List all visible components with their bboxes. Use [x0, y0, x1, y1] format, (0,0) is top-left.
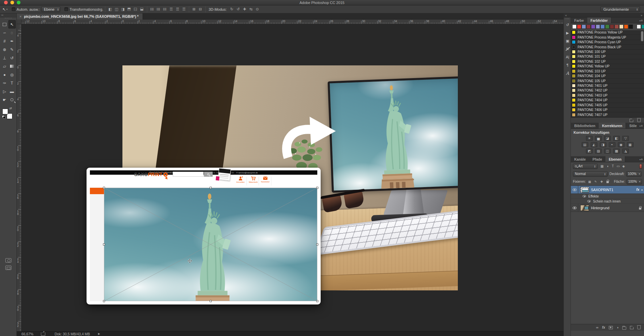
visibility-toggle[interactable]	[571, 186, 578, 193]
zoom-tool[interactable]	[8, 96, 16, 104]
swatch-chip[interactable]	[629, 24, 633, 29]
nav-login[interactable]: Anmelden	[234, 176, 247, 183]
swatch-chip[interactable]	[572, 24, 577, 29]
add-layer-mask-icon[interactable]	[609, 326, 613, 329]
filter-smart-objects-icon[interactable]: ◈	[621, 164, 626, 168]
free-transform-overlay[interactable]	[104, 188, 317, 301]
foreground-color-well[interactable]	[2, 109, 8, 114]
hand-tool[interactable]: ☛	[1, 96, 8, 104]
transform-handle-sw[interactable]	[103, 300, 105, 302]
quick-mask-button[interactable]	[5, 258, 11, 263]
lock-pixels-icon[interactable]: ✎	[593, 180, 598, 183]
layer-filter-dropdown[interactable]: Art	[573, 164, 598, 169]
eraser-tool[interactable]: ▱	[1, 62, 8, 70]
invert-icon[interactable]: ◩	[586, 149, 593, 154]
swatch-chip[interactable]	[577, 24, 581, 29]
swatch-row[interactable]: PANTONE 7403 UP	[571, 93, 644, 98]
tab-stile[interactable]: Stile	[626, 123, 640, 128]
collapse-effects-chevron[interactable]: ▴	[641, 188, 643, 191]
transform-handle-e[interactable]	[316, 243, 318, 245]
glyphs-panel-icon[interactable]: A	[564, 69, 571, 77]
black-white-icon[interactable]: ◨	[600, 142, 606, 147]
history-brush-tool[interactable]: ↺	[8, 54, 16, 62]
swatch-row[interactable]: PANTONE 101 UP	[571, 54, 644, 59]
lasso-tool[interactable]: ∽	[1, 29, 8, 37]
distribute-left-edges-icon[interactable]: ☰	[168, 7, 174, 12]
lock-all-icon[interactable]	[605, 180, 610, 184]
type-tool[interactable]: T	[8, 79, 16, 87]
status-flyout-arrow-icon[interactable]	[98, 332, 100, 335]
eye-icon[interactable]	[587, 200, 591, 203]
swatch-row[interactable]: PANTONE 7404 UP	[571, 98, 644, 103]
swatch-row[interactable]: PANTONE Process Yellow UP	[571, 30, 644, 35]
tab-ebenen[interactable]: Ebenen	[605, 156, 625, 162]
filter-type-layers-icon[interactable]: T	[610, 164, 615, 168]
distribute-horizontal-spacing-icon[interactable]: ⊞	[191, 7, 197, 12]
swatch-chip[interactable]	[641, 24, 644, 29]
notes-panel-icon[interactable]: ✎	[564, 45, 571, 53]
lock-position-icon[interactable]: ✚	[599, 180, 604, 183]
panel-menu-icon[interactable]	[640, 124, 643, 127]
panel-menu-icon[interactable]	[640, 19, 643, 22]
swatch-chip[interactable]	[600, 24, 605, 29]
swatch-row[interactable]: PANTONE 7401 UP	[571, 83, 644, 88]
blur-tool[interactable]: ●	[1, 70, 8, 79]
nav-cart[interactable]: Warenkorb	[247, 176, 260, 183]
collapse-dock-icon[interactable]: «	[565, 14, 567, 17]
search-input[interactable]	[173, 172, 204, 177]
distribute-vertical-centers-icon[interactable]: ☰	[156, 7, 161, 12]
crop-tool[interactable]: #	[1, 37, 8, 45]
saxoprint-layer-preview[interactable]: Persönliche Fachberatung 0351 20 44 444 …	[87, 168, 321, 304]
swatch-chip[interactable]	[610, 24, 614, 29]
3d-rotate-icon[interactable]: ↻	[229, 7, 235, 12]
ruler-origin-corner[interactable]	[17, 19, 21, 24]
quick-selection-tool[interactable]: ◌	[8, 29, 16, 37]
swatch-row[interactable]: PANTONE 104 UP	[571, 74, 644, 78]
tab-pfade[interactable]: Pfade	[589, 156, 605, 162]
swatch-row[interactable]: PANTONE 102 UP	[571, 59, 644, 64]
screen-mode-button[interactable]	[5, 266, 11, 270]
add-layer-style-icon[interactable]: fx	[602, 326, 605, 329]
levels-icon[interactable]: ▅	[595, 136, 602, 141]
delete-layer-icon[interactable]	[637, 326, 641, 329]
eye-icon[interactable]	[583, 195, 586, 198]
canvas-area[interactable]: Persönliche Fachberatung 0351 20 44 444 …	[21, 24, 564, 331]
swatch-row[interactable]: PANTONE 105 UP	[571, 78, 644, 83]
toolbar-collapse-button[interactable]: ‹‹	[0, 13, 16, 17]
move-tool[interactable]: ↖	[8, 20, 16, 29]
effects-row[interactable]: Effekte	[571, 194, 644, 199]
distribute-bottom-edges-icon[interactable]: ☰	[162, 7, 168, 12]
close-tab-icon[interactable]: ×	[19, 14, 21, 18]
nav-newsletter[interactable]: Newsletter	[259, 176, 272, 183]
gradient-map-icon[interactable]: ▩	[613, 149, 620, 154]
align-vertical-centers-icon[interactable]: ◫	[133, 7, 139, 12]
vertical-ruler[interactable]: 4202468101214161820222426283032	[17, 24, 21, 331]
default-colors-icon[interactable]	[2, 115, 5, 118]
3d-slide-icon[interactable]: ⇆	[248, 7, 254, 12]
swatch-chip[interactable]	[582, 24, 586, 29]
history-panel-icon[interactable]: ↺	[564, 21, 571, 29]
transform-handle-nw[interactable]	[103, 187, 105, 189]
eyedropper-tool[interactable]: ✒	[8, 37, 16, 45]
lock-transparency-icon[interactable]: ▦	[587, 180, 592, 183]
distribute-top-edges-icon[interactable]: ☰	[149, 7, 155, 12]
swatch-row[interactable]: PANTONE 103 UP	[571, 69, 644, 74]
current-tool-icon[interactable]: ↖▾	[2, 7, 8, 12]
pen-tool[interactable]: ✑	[1, 79, 8, 87]
scrollbar-thumb[interactable]	[641, 31, 643, 41]
layer-name[interactable]: Hintergrund	[591, 206, 609, 210]
exposure-icon[interactable]: ◧	[613, 136, 620, 141]
vibrance-icon[interactable]: ▽	[622, 136, 629, 141]
paragraph-panel-icon[interactable]: ¶	[564, 61, 571, 69]
align-bottom-edges-icon[interactable]: ◨	[139, 7, 145, 12]
swatch-chip[interactable]	[619, 24, 624, 29]
transform-handle-se[interactable]	[316, 300, 318, 302]
photo-filter-icon[interactable]: ◓	[609, 142, 615, 147]
brush-tool[interactable]: ✎	[8, 45, 16, 54]
dodge-tool[interactable]: ◎	[8, 70, 16, 79]
transform-handle-ne[interactable]	[316, 187, 318, 189]
swatch-chip[interactable]	[596, 24, 600, 29]
document-tab[interactable]: × picjumbo.com_HNCK5658.jpg bei 66,7% (S…	[17, 13, 143, 19]
layer-row-hintergrund[interactable]: Hintergrund	[571, 204, 644, 212]
distribute-horizontal-centers-icon[interactable]: ☰	[175, 7, 180, 12]
